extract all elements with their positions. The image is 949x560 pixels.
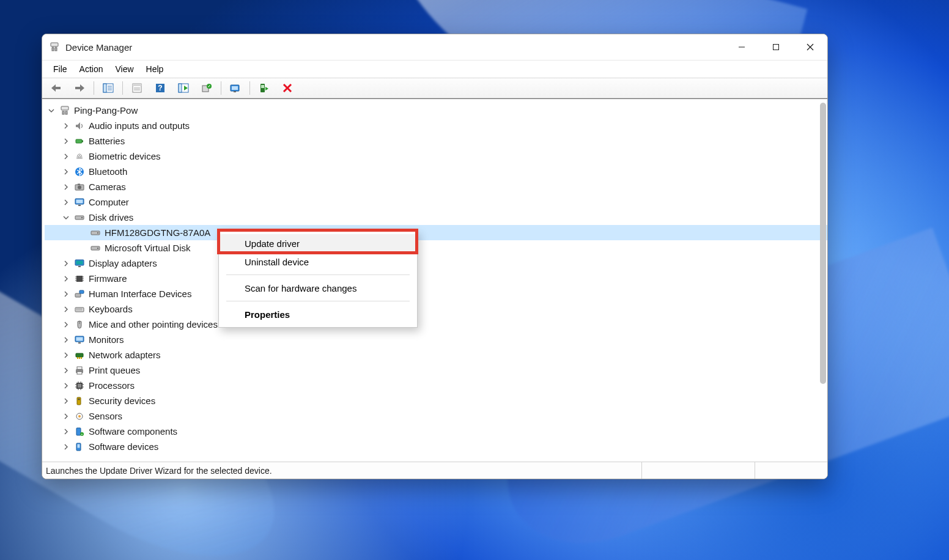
svg-rect-41: [78, 183, 80, 185]
expand-icon[interactable]: [63, 429, 72, 435]
tree-mice[interactable]: Mice and other pointing devices: [45, 317, 827, 332]
tree-cameras[interactable]: Cameras: [45, 179, 827, 194]
svg-rect-75: [77, 367, 82, 369]
toolbar-scan-hardware-button[interactable]: [172, 79, 194, 97]
expand-icon[interactable]: [63, 413, 72, 419]
ctx-separator: [226, 274, 410, 275]
tree-print-queues[interactable]: Print queues: [45, 363, 827, 378]
svg-rect-34: [62, 111, 64, 114]
toolbar-forward-button[interactable]: [68, 79, 90, 97]
titlebar[interactable]: Device Manager: [42, 34, 827, 61]
device-manager-window: Device Manager File Action View Help: [42, 34, 828, 479]
expand-icon[interactable]: [63, 444, 72, 450]
ctx-scan-hardware[interactable]: Scan for hardware changes: [219, 279, 417, 297]
menu-action[interactable]: Action: [75, 63, 108, 75]
menu-help[interactable]: Help: [141, 63, 169, 75]
tree-network[interactable]: Network adapters: [45, 347, 827, 363]
tree-security[interactable]: Security devices: [45, 393, 827, 408]
software-device-icon: [74, 441, 85, 452]
ctx-properties[interactable]: Properties: [219, 305, 417, 323]
menu-file[interactable]: File: [48, 63, 72, 75]
tree-keyboards[interactable]: Keyboards: [45, 301, 827, 317]
expand-icon[interactable]: [63, 169, 72, 175]
tree-label: Sensors: [89, 409, 125, 424]
expand-icon[interactable]: [63, 184, 72, 190]
tree-monitors[interactable]: Monitors: [45, 332, 827, 347]
expand-icon[interactable]: [63, 352, 72, 358]
ctx-uninstall-device[interactable]: Uninstall device: [219, 252, 417, 271]
expand-icon[interactable]: [63, 398, 72, 404]
bluetooth-icon: [74, 166, 85, 177]
svg-rect-12: [103, 84, 106, 92]
vertical-scrollbar[interactable]: [820, 103, 826, 384]
tree-biometric[interactable]: Biometric devices: [45, 149, 827, 164]
tree-label: Processors: [89, 378, 137, 393]
tree-display-adapters[interactable]: Display adapters: [45, 256, 827, 271]
expand-icon[interactable]: [63, 260, 72, 267]
ctx-update-driver[interactable]: Update driver: [219, 234, 417, 252]
svg-rect-61: [75, 293, 81, 297]
security-icon: [74, 396, 85, 407]
expand-icon[interactable]: [63, 322, 72, 328]
expand-icon[interactable]: [63, 383, 72, 389]
toolbar-show-hide-tree-button[interactable]: [97, 79, 119, 97]
svg-rect-37: [82, 140, 83, 142]
tree-software-components[interactable]: + Software components: [45, 424, 827, 439]
display-adapter-icon: [74, 258, 85, 269]
tree-disk-hfm128[interactable]: HFM128GDGTNG-87A0A: [45, 225, 827, 240]
tree-hid[interactable]: Human Interface Devices: [45, 286, 827, 301]
tree-disk-drives[interactable]: Disk drives: [45, 210, 827, 225]
tree-label: Microsoft Virtual Disk: [105, 241, 193, 256]
expand-icon[interactable]: [63, 306, 72, 312]
tree-label: Network adapters: [89, 348, 163, 363]
expand-icon[interactable]: [63, 276, 72, 282]
disk-icon: [90, 243, 101, 254]
expand-icon[interactable]: [48, 108, 57, 114]
svg-rect-28: [234, 91, 236, 92]
camera-icon: [74, 182, 85, 193]
expand-icon[interactable]: [63, 153, 72, 160]
tree-audio[interactable]: Audio inputs and outputs: [45, 118, 827, 133]
tree-batteries[interactable]: Batteries: [45, 133, 827, 149]
tree-disk-msvirtual[interactable]: Microsoft Virtual Disk: [45, 240, 827, 256]
svg-rect-69: [78, 342, 81, 344]
tree-sensors[interactable]: Sensors: [45, 408, 827, 424]
tree-software-devices[interactable]: Software devices: [45, 439, 827, 454]
svg-rect-91: [76, 428, 81, 435]
tree-root-label: Ping-Pang-Pow: [74, 103, 140, 118]
tree-label: Keyboards: [89, 302, 135, 317]
toolbar-update-driver-button[interactable]: [196, 79, 218, 97]
svg-point-40: [78, 185, 81, 189]
maximize-button[interactable]: [759, 34, 793, 60]
svg-rect-52: [76, 260, 83, 264]
toolbar-uninstall-button[interactable]: [224, 79, 246, 97]
toolbar-help-button[interactable]: ?: [149, 79, 171, 97]
tree-firmware[interactable]: Firmware: [45, 271, 827, 286]
expand-icon[interactable]: [63, 367, 72, 374]
mouse-icon: [74, 319, 85, 330]
device-tree[interactable]: Ping-Pang-Pow Audio inputs and outputs B…: [42, 99, 827, 462]
collapse-icon[interactable]: [63, 215, 72, 221]
toolbar-enable-device-button[interactable]: [253, 79, 275, 97]
toolbar-disable-device-button[interactable]: [276, 79, 298, 97]
toolbar-back-button[interactable]: [45, 79, 67, 97]
svg-rect-1: [52, 48, 54, 51]
svg-rect-53: [78, 266, 81, 267]
menu-view[interactable]: View: [110, 63, 138, 75]
svg-rect-70: [76, 353, 83, 357]
svg-text:+: +: [81, 432, 83, 436]
tree-bluetooth[interactable]: Bluetooth: [45, 164, 827, 179]
minimize-button[interactable]: [725, 34, 759, 60]
tree-label: Audio inputs and outputs: [89, 119, 192, 133]
tree-processors[interactable]: Processors: [45, 378, 827, 393]
expand-icon[interactable]: [63, 199, 72, 205]
expand-icon[interactable]: [63, 123, 72, 129]
tree-label: Software components: [89, 424, 180, 439]
toolbar-properties-button[interactable]: [126, 79, 148, 97]
expand-icon[interactable]: [63, 138, 72, 144]
expand-icon[interactable]: [63, 291, 72, 297]
close-button[interactable]: [793, 34, 827, 60]
expand-icon[interactable]: [63, 337, 72, 343]
tree-computer[interactable]: Computer: [45, 194, 827, 210]
tree-root[interactable]: Ping-Pang-Pow: [45, 103, 827, 118]
